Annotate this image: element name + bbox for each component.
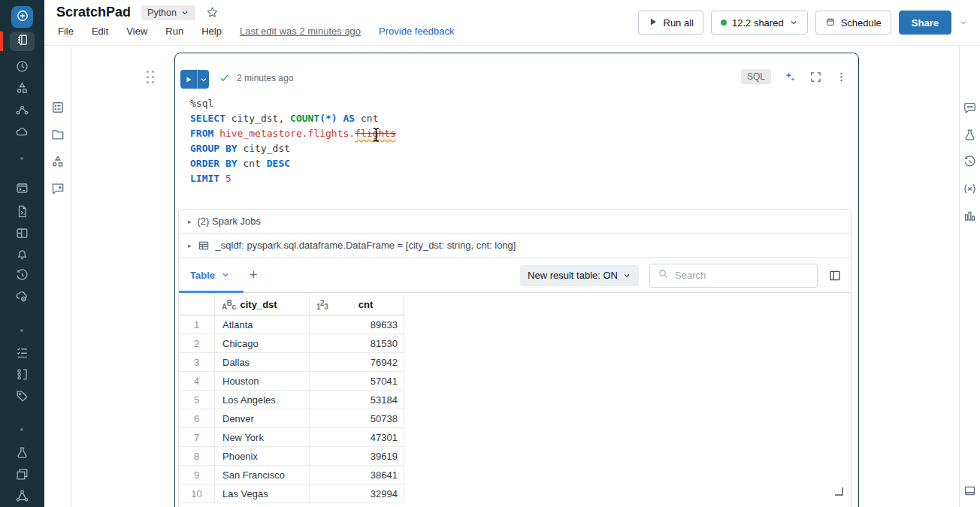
row-index-cell: 7 [179, 428, 215, 447]
city-dst-cell: Chicago [215, 334, 310, 353]
chevron-down-icon [622, 271, 631, 280]
table-row[interactable]: 1Atlanta89633 [179, 315, 404, 334]
results-search-box[interactable] [649, 264, 818, 288]
caret-right-icon[interactable]: ▸ [188, 218, 192, 225]
sidebar-item-delta-live-tables[interactable] [15, 103, 29, 117]
menu-bar: File Edit View Run Help Last edit was 2 … [58, 26, 455, 37]
spark-jobs-label: (2) Spark Jobs [198, 216, 262, 227]
menu-help[interactable]: Help [201, 26, 222, 37]
sidebar-item-experiments-runs[interactable] [15, 367, 29, 382]
comments-panel-button[interactable] [963, 101, 977, 115]
cloud-minus-icon [15, 289, 29, 303]
table-row[interactable]: 9San Francisco38641 [179, 466, 404, 484]
new-result-table-toggle[interactable]: New result table: ON [520, 265, 639, 286]
cell-kebab-menu-icon[interactable] [835, 71, 848, 83]
workspace-browser-button[interactable] [50, 127, 65, 142]
chevron-down-icon[interactable] [221, 270, 230, 279]
notebook-cell[interactable]: 2 minutes ago SQL %sqlSELECT city_dst, C… [174, 53, 859, 507]
text-cursor-pointer [371, 127, 381, 146]
dashboard-icon [15, 226, 29, 240]
table-of-contents-button[interactable] [50, 100, 65, 115]
side-panel-toggle-icon[interactable] [828, 269, 842, 282]
notebook-title[interactable]: ScratchPad [56, 5, 131, 20]
sidebar-item-dashboards[interactable] [15, 226, 29, 240]
workflow-panel-button[interactable] [50, 154, 65, 169]
last-edit-status[interactable]: Last edit was 2 minutes ago [240, 26, 361, 37]
menu-view[interactable]: View [126, 26, 147, 37]
run-options-chevron-icon[interactable] [198, 70, 209, 89]
visualization-panel-button[interactable] [963, 209, 977, 223]
sidebar-item-job-runs[interactable] [15, 346, 29, 360]
sidebar-item-feature-store[interactable] [15, 389, 29, 403]
sidebar-item-models[interactable] [15, 467, 29, 481]
caret-right-icon[interactable]: ▸ [188, 242, 192, 249]
maximize-cell-icon[interactable] [809, 71, 822, 83]
cell-language-badge[interactable]: SQL [741, 69, 771, 84]
chat-add-icon [50, 181, 65, 196]
bottom-panel-button[interactable] [963, 484, 977, 498]
tab-table[interactable]: Table [190, 270, 230, 281]
run-all-button[interactable]: Run all [638, 11, 703, 35]
menu-file[interactable]: File [58, 26, 74, 37]
sidebar-item-queries[interactable] [15, 204, 29, 219]
spark-jobs-row[interactable]: ▸ (2) Spark Jobs [179, 210, 851, 234]
favorite-star-button[interactable] [206, 6, 219, 19]
sidebar-item-experiments[interactable] [15, 445, 29, 460]
table-row[interactable]: 5Los Angeles53184 [179, 391, 404, 409]
sidebar-item-query-history[interactable] [15, 268, 29, 282]
cnt-cell: 53184 [310, 391, 404, 409]
header-collapse-chevron[interactable] [959, 18, 968, 27]
provide-feedback-link[interactable]: Provide feedback [379, 26, 454, 37]
table-row[interactable]: 7New York47301 [179, 428, 404, 447]
sidebar-item-compute[interactable] [15, 125, 29, 139]
table-row[interactable]: 10Las Vegas32994 [179, 484, 404, 503]
cluster-selector[interactable]: 12.2 shared [711, 11, 808, 35]
table-row[interactable]: 8Phoenix39619 [179, 447, 404, 466]
sidebar-item-recents[interactable] [15, 59, 29, 74]
cnt-cell: 32994 [310, 484, 404, 503]
add-visualization-button[interactable]: + [250, 268, 258, 282]
row-number-header [179, 294, 215, 315]
sidebar-item-workflows[interactable] [15, 81, 29, 95]
sqldf-row[interactable]: ▸ _sqldf: pyspark.sql.dataframe.DataFram… [179, 234, 851, 258]
calendar-icon [825, 17, 836, 29]
table-row[interactable]: 4Houston57041 [179, 372, 404, 391]
table-row[interactable]: 6Denver50738 [179, 409, 404, 428]
cell-drag-handle[interactable] [147, 71, 155, 84]
share-button[interactable]: Share [899, 11, 951, 35]
table-row[interactable]: 2Chicago81530 [179, 334, 404, 353]
column-header-city-dst[interactable]: ABc city_dst [215, 294, 310, 315]
city-dst-cell: San Francisco [215, 466, 310, 484]
dataframe-table-icon [198, 240, 210, 252]
table-row[interactable]: 3Dallas76942 [179, 353, 404, 372]
network-graph-icon [15, 489, 29, 503]
results-resize-handle[interactable] [835, 487, 843, 496]
play-icon[interactable] [180, 70, 198, 89]
menu-run[interactable]: Run [165, 26, 183, 37]
city-dst-cell: Houston [215, 372, 310, 391]
sidebar-item-sql-editor[interactable] [15, 181, 29, 195]
variables-panel-button[interactable] [963, 182, 977, 196]
assistant-chat-button[interactable] [50, 181, 65, 196]
schedule-button[interactable]: Schedule [815, 11, 891, 35]
assistant-sparkle-icon[interactable] [784, 71, 797, 83]
experiments-panel-button[interactable] [963, 128, 977, 142]
clock-icon [15, 59, 29, 74]
menu-edit[interactable]: Edit [92, 26, 108, 37]
row-index-cell: 2 [179, 334, 215, 353]
sidebar-item-workspace[interactable] [10, 32, 35, 51]
city-dst-cell: New York [215, 428, 310, 447]
new-button[interactable] [11, 6, 33, 28]
stacked-squares-icon [15, 467, 29, 481]
revision-history-button[interactable] [963, 155, 977, 169]
flask-icon [963, 128, 977, 142]
sidebar-item-sql-warehouses[interactable] [15, 289, 29, 303]
search-input[interactable] [675, 270, 795, 281]
row-index-cell: 4 [179, 372, 215, 391]
column-header-cnt[interactable]: 123 cnt [310, 294, 404, 315]
sidebar-item-serving[interactable] [15, 489, 29, 503]
run-cell-button[interactable] [180, 70, 209, 89]
sidebar-item-alerts[interactable] [15, 247, 29, 261]
language-selector[interactable]: Python [141, 5, 195, 20]
sql-code-editor[interactable]: %sqlSELECT city_dst, COUNT(*) AS cntFROM… [190, 96, 396, 186]
